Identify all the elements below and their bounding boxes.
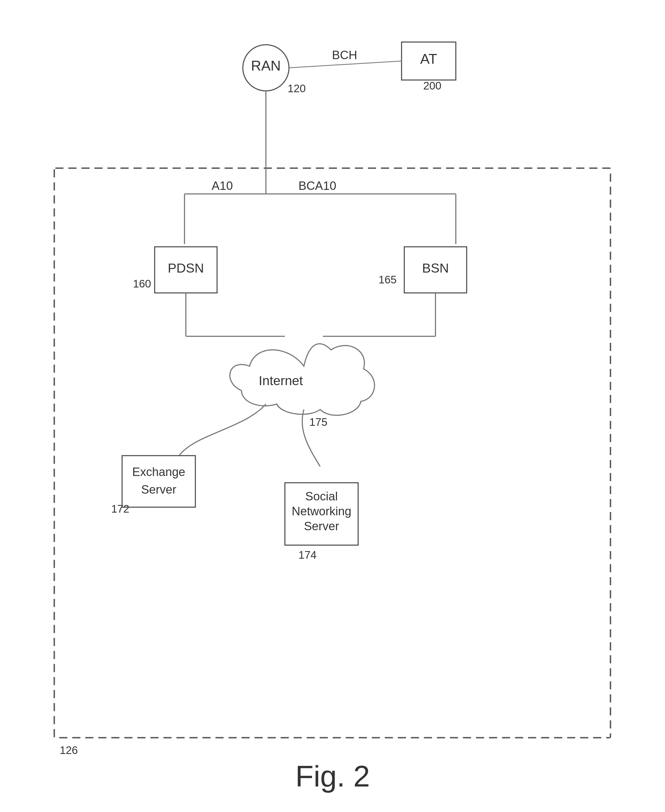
- exchange-server-label2: Server: [141, 483, 176, 496]
- network-diagram: RAN AT BCH 120 200 A10 BCA10 PDSN 160: [0, 0, 665, 812]
- label-120: 120: [288, 82, 306, 95]
- label-160: 160: [133, 278, 151, 290]
- label-174: 174: [298, 549, 317, 561]
- BSN-label: BSN: [422, 261, 449, 275]
- label-165: 165: [378, 274, 397, 286]
- A10-label: A10: [211, 179, 233, 192]
- label-126: 126: [60, 744, 78, 756]
- internet-cloud: Internet: [230, 344, 374, 415]
- RAN-label: RAN: [251, 58, 281, 74]
- sns-label2: Networking: [292, 505, 351, 518]
- diagram-container: RAN AT BCH 120 200 A10 BCA10 PDSN 160: [0, 0, 665, 812]
- BCH-label: BCH: [332, 48, 357, 62]
- BCH-line: [289, 61, 401, 68]
- exchange-server-label1: Exchange: [132, 465, 185, 479]
- dashed-box: [54, 168, 611, 738]
- sns-label3: Server: [304, 520, 339, 533]
- label-200: 200: [423, 80, 441, 91]
- label-172: 172: [111, 503, 129, 515]
- label-175: 175: [309, 416, 328, 428]
- PDSN-label: PDSN: [168, 261, 204, 275]
- figure-caption: Fig. 2: [295, 760, 370, 793]
- BCA10-label: BCA10: [298, 179, 336, 192]
- sns-label1: Social: [305, 490, 338, 503]
- internet-to-exchange: [179, 404, 266, 456]
- exchange-server-node: [122, 456, 195, 507]
- svg-text:Internet: Internet: [259, 373, 303, 388]
- AT-label: AT: [420, 51, 437, 67]
